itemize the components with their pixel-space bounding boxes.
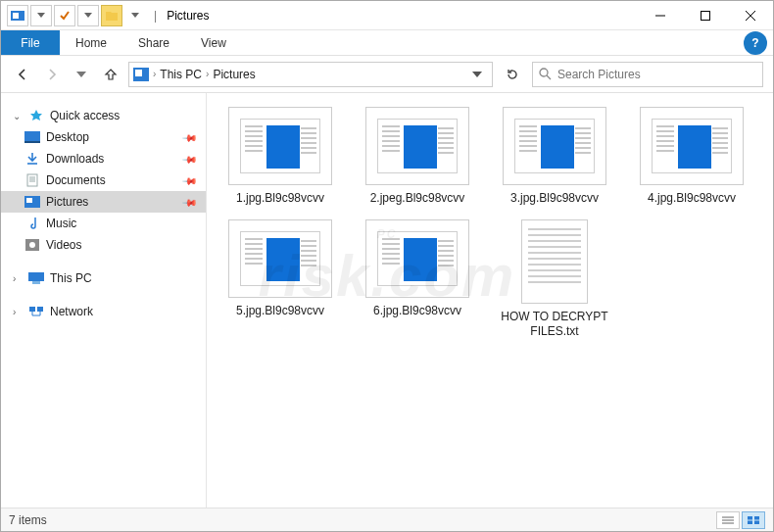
svg-rect-33 (748, 520, 752, 524)
qat-dropdown-1[interactable] (30, 5, 52, 26)
refresh-button[interactable] (499, 62, 526, 87)
svg-rect-13 (27, 174, 37, 186)
qat-check-icon[interactable] (54, 5, 75, 26)
image-file-icon (503, 107, 606, 185)
sidebar-item-documents[interactable]: Documents 📌 (1, 169, 206, 191)
sidebar-item-videos[interactable]: Videos (1, 234, 206, 256)
help-button[interactable]: ? (744, 31, 767, 55)
sidebar-item-downloads[interactable]: Downloads 📌 (1, 148, 206, 169)
qat-dropdown-2[interactable] (77, 5, 99, 26)
up-button[interactable] (99, 63, 122, 86)
sidebar-this-pc[interactable]: › This PC (1, 267, 206, 289)
title-bar: | Pictures (1, 1, 773, 30)
explorer-icon[interactable] (7, 5, 28, 26)
folder-icon[interactable] (101, 5, 122, 26)
file-grid: 1.jpg.Bl9c98vcvv2.jpeg.Bl9c98vcvv3.jpg.B… (220, 107, 763, 339)
svg-rect-11 (24, 141, 40, 143)
quick-access-toolbar (1, 5, 146, 26)
file-tile[interactable]: 2.jpeg.Bl9c98vcvv (358, 107, 477, 206)
menu-share[interactable]: Share (122, 30, 185, 55)
file-name-label: 3.jpg.Bl9c98vcvv (510, 191, 599, 206)
sidebar-item-pictures[interactable]: Pictures 📌 (1, 191, 206, 213)
sidebar-item-desktop[interactable]: Desktop 📌 (1, 126, 206, 148)
window-title: Pictures (167, 9, 209, 23)
pin-icon: 📌 (182, 194, 198, 210)
videos-icon (24, 237, 40, 253)
svg-rect-22 (32, 281, 40, 284)
file-name-label: HOW TO DECRYPT FILES.txt (497, 310, 612, 339)
pictures-icon (24, 194, 40, 210)
title-sep: | (154, 9, 157, 23)
pin-icon: 📌 (182, 172, 198, 188)
sidebar-quick-access[interactable]: ⌄ Quick access (1, 105, 206, 126)
sidebar-network[interactable]: › Network (1, 301, 206, 322)
qat-dropdown-3[interactable] (124, 5, 146, 26)
image-file-icon (365, 107, 469, 185)
file-tile[interactable]: 3.jpg.Bl9c98vcvv (495, 107, 614, 206)
close-button[interactable] (728, 1, 773, 30)
sidebar-item-label: Documents (46, 173, 106, 187)
maximize-button[interactable] (683, 1, 728, 30)
chevron-right-icon: › (13, 273, 23, 284)
file-tile[interactable]: 1.jpg.Bl9c98vcvv (220, 107, 340, 206)
network-icon (28, 304, 44, 319)
address-bar[interactable]: › This PC › Pictures (128, 62, 493, 87)
ribbon-menu: File Home Share View ? (1, 30, 773, 56)
svg-rect-1 (13, 13, 19, 19)
chevron-right-icon: › (153, 69, 156, 79)
sidebar-item-label: Quick access (50, 109, 120, 122)
sidebar-item-label: Network (50, 305, 93, 318)
svg-rect-7 (135, 70, 142, 76)
location-pictures-icon (133, 67, 149, 82)
menu-view[interactable]: View (185, 30, 242, 55)
thumbnails-view-button[interactable] (742, 511, 765, 529)
sidebar-item-music[interactable]: Music (1, 213, 206, 234)
navigation-bar: › This PC › Pictures (1, 56, 773, 93)
search-icon (539, 68, 552, 80)
breadcrumb[interactable]: This PC (160, 68, 202, 81)
chevron-down-icon: ⌄ (13, 111, 23, 121)
file-name-label: 1.jpg.Bl9c98vcvv (236, 191, 324, 206)
svg-point-20 (29, 242, 35, 248)
file-tile[interactable]: 6.jpg.Bl9c98vcvv (358, 219, 477, 339)
svg-rect-3 (701, 11, 710, 20)
search-input[interactable] (557, 68, 756, 81)
svg-rect-23 (29, 307, 35, 312)
documents-icon (24, 172, 40, 188)
address-dropdown-button[interactable] (466, 72, 488, 77)
details-view-button[interactable] (716, 511, 740, 529)
text-file-icon (521, 219, 588, 304)
status-bar: 7 items (1, 508, 773, 531)
back-button[interactable] (11, 63, 34, 86)
forward-button[interactable] (40, 63, 64, 86)
music-icon (24, 216, 40, 231)
file-tile[interactable]: 5.jpg.Bl9c98vcvv (220, 219, 340, 339)
search-box[interactable] (532, 62, 763, 87)
pin-icon: 📌 (182, 151, 198, 167)
sidebar-item-label: Videos (46, 238, 81, 252)
sidebar-item-label: Pictures (46, 195, 88, 209)
svg-rect-21 (28, 272, 44, 281)
recent-locations-button[interactable] (70, 63, 93, 86)
window-controls (638, 1, 773, 30)
file-tile[interactable]: HOW TO DECRYPT FILES.txt (495, 219, 614, 339)
minimize-button[interactable] (638, 1, 683, 30)
computer-icon (28, 270, 44, 286)
svg-rect-18 (26, 198, 32, 203)
file-name-label: 6.jpg.Bl9c98vcvv (373, 304, 461, 318)
svg-point-8 (540, 69, 548, 76)
file-menu[interactable]: File (1, 30, 60, 55)
file-tile[interactable]: 4.jpg.Bl9c98vcvv (632, 107, 751, 206)
svg-rect-31 (748, 516, 752, 520)
image-file-icon (365, 219, 469, 298)
sidebar-item-label: This PC (50, 271, 92, 285)
navigation-pane: ⌄ Quick access Desktop 📌 Downloads 📌 Doc… (1, 93, 207, 508)
svg-rect-24 (37, 307, 43, 312)
chevron-right-icon: › (13, 307, 23, 317)
image-file-icon (228, 219, 332, 298)
chevron-right-icon: › (206, 69, 209, 79)
menu-home[interactable]: Home (60, 30, 122, 55)
svg-rect-34 (754, 520, 759, 524)
breadcrumb[interactable]: Pictures (213, 68, 255, 81)
file-list-pane[interactable]: 1.jpg.Bl9c98vcvv2.jpeg.Bl9c98vcvv3.jpg.B… (207, 93, 773, 508)
